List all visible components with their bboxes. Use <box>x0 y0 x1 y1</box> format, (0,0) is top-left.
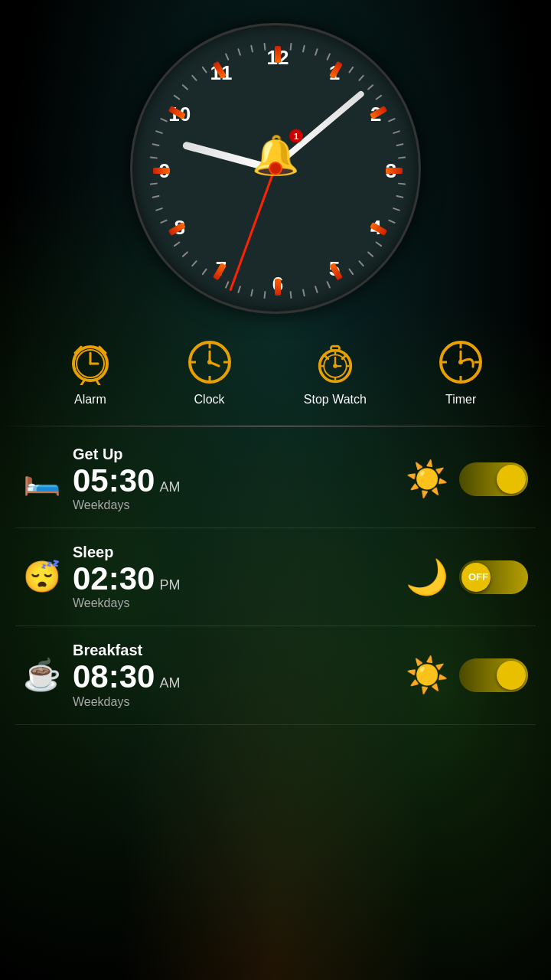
svg-line-26 <box>324 354 328 359</box>
clock-icon <box>184 337 234 387</box>
min-mark-56 <box>225 53 230 60</box>
alarm-icon <box>65 337 115 387</box>
min-mark-53 <box>191 74 197 81</box>
min-mark-6 <box>348 66 354 73</box>
nav-item-timer[interactable]: Timer <box>436 337 486 407</box>
min-mark-7 <box>358 74 364 81</box>
stopwatch-label: Stop Watch <box>304 393 367 407</box>
alarm-sleep-icon: 😴 <box>23 559 61 595</box>
min-mark-32 <box>250 289 253 296</box>
min-mark-2 <box>302 44 305 52</box>
nav-tabs: Alarm Clock <box>0 322 551 422</box>
min-mark-46 <box>150 156 158 158</box>
alarm-get-up-time: 05:30 AM <box>73 463 394 498</box>
alarm-breakfast-info: Breakfast 08:30 AM Weekdays <box>73 642 394 708</box>
min-mark-57 <box>237 48 241 56</box>
alarm-breakfast-days: Weekdays <box>73 695 394 709</box>
svg-point-34 <box>458 360 463 364</box>
min-mark-9 <box>375 94 382 100</box>
alarm-sleep-name: Sleep <box>73 544 394 561</box>
min-mark-34 <box>225 281 230 289</box>
nav-item-stopwatch[interactable]: Stop Watch <box>304 337 367 407</box>
min-mark-51 <box>173 94 180 100</box>
alarm-item-breakfast: ☕ Breakfast 08:30 AM Weekdays ☀️ ON <box>15 626 536 724</box>
alarm-item-sleep: 😴 Sleep 02:30 PM Weekdays 🌙 OFF <box>15 528 536 626</box>
alarm-sleep-emoji: 🌙 <box>406 557 448 597</box>
alarm-get-up-days: Weekdays <box>73 498 394 512</box>
min-mark-54 <box>201 66 207 73</box>
min-mark-18 <box>393 207 400 211</box>
stopwatch-icon <box>310 337 360 387</box>
min-mark-12 <box>393 130 400 134</box>
min-mark-11 <box>388 118 396 122</box>
min-mark-27 <box>315 286 318 293</box>
svg-rect-25 <box>331 346 339 351</box>
center-dot <box>269 162 282 175</box>
bell-badge: 1 <box>289 129 303 143</box>
min-mark-8 <box>367 84 374 90</box>
svg-point-15 <box>207 360 212 364</box>
alarm-breakfast-toggle[interactable]: ON <box>459 658 528 692</box>
min-mark-52 <box>181 84 188 90</box>
min-mark-48 <box>155 130 163 134</box>
toggle-sleep-label: OFF <box>468 571 488 583</box>
min-mark-28 <box>302 289 305 296</box>
min-mark-26 <box>326 281 331 289</box>
alarm-sleep-ampm: PM <box>159 578 180 593</box>
alarm-get-up-ampm: AM <box>159 480 180 495</box>
hour-mark-6 <box>275 279 281 296</box>
alarm-breakfast-name: Breakfast <box>73 642 394 659</box>
min-mark-21 <box>375 241 382 247</box>
alarm-get-up-toggle[interactable]: ON <box>459 462 528 496</box>
min-mark-36 <box>201 268 207 275</box>
min-mark-41 <box>160 219 168 224</box>
timer-label: Timer <box>445 393 476 407</box>
min-mark-47 <box>152 143 159 146</box>
min-mark-22 <box>367 251 374 257</box>
alarm-get-up-info: Get Up 05:30 AM Weekdays <box>73 446 394 512</box>
alarm-get-up-icon: 🛏️ <box>23 461 61 497</box>
alarm-breakfast-icon: ☕ <box>23 657 61 693</box>
hour-mark-0 <box>275 46 281 63</box>
alarm-get-up-name: Get Up <box>73 446 394 463</box>
min-mark-29 <box>290 291 292 299</box>
clock-label: Clock <box>194 393 225 407</box>
nav-item-alarm[interactable]: Alarm <box>65 337 115 407</box>
min-mark-33 <box>237 286 241 293</box>
analog-clock: 🔔 1 121234567891011 <box>130 23 421 314</box>
min-mark-16 <box>398 183 406 185</box>
hour-mark-9 <box>153 168 170 174</box>
alarm-sleep-info: Sleep 02:30 PM Weekdays <box>73 544 394 610</box>
min-mark-3 <box>315 48 318 56</box>
clock-section: 🔔 1 121234567891011 <box>0 0 551 314</box>
alarm-sleep-time: 02:30 PM <box>73 561 394 596</box>
timer-icon <box>436 337 486 387</box>
alarm-label: Alarm <box>74 393 106 407</box>
min-mark-13 <box>396 143 403 146</box>
alarm-sleep-toggle[interactable]: OFF <box>459 560 528 594</box>
svg-line-6 <box>81 381 84 385</box>
min-mark-58 <box>250 44 253 52</box>
min-mark-37 <box>191 260 197 267</box>
min-mark-49 <box>160 118 168 122</box>
min-mark-43 <box>152 195 159 198</box>
min-mark-4 <box>326 53 331 60</box>
svg-line-7 <box>96 381 99 385</box>
alarm-breakfast-time: 08:30 AM <box>73 659 394 694</box>
min-mark-19 <box>388 219 396 224</box>
svg-point-24 <box>333 364 337 368</box>
alarm-breakfast-emoji: ☀️ <box>406 655 448 695</box>
min-mark-17 <box>396 195 403 198</box>
min-mark-1 <box>290 43 292 51</box>
min-mark-24 <box>348 268 354 275</box>
toggle-breakfast-knob <box>497 661 526 690</box>
hour-mark-3 <box>386 168 403 174</box>
alarm-breakfast-ampm: AM <box>159 676 180 691</box>
nav-item-clock[interactable]: Clock <box>184 337 234 407</box>
alarm-item-get-up: 🛏️ Get Up 05:30 AM Weekdays ☀️ ON <box>15 430 536 528</box>
min-mark-38 <box>181 251 188 257</box>
svg-line-27 <box>342 354 347 359</box>
toggle-get-up-knob <box>497 465 526 494</box>
alarm-get-up-emoji: ☀️ <box>406 459 448 499</box>
min-mark-23 <box>358 260 364 267</box>
